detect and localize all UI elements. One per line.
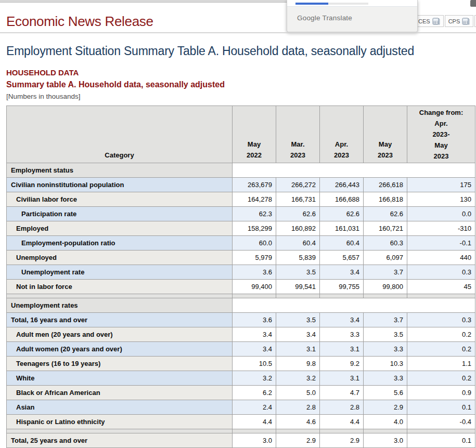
category-cell: Asian (7, 400, 233, 415)
value-cell: 175 (407, 178, 475, 192)
google-translate-popup[interactable]: Google Translate (287, 0, 418, 32)
value-cell: 3.5 (276, 313, 320, 327)
category-cell: Employment status (7, 163, 233, 178)
value-cell: 3.4 (233, 327, 276, 342)
cps-data-button[interactable]: CPS (445, 15, 474, 27)
value-cell: 0.9 (407, 386, 475, 400)
scrollbar-fragment[interactable] (470, 0, 476, 7)
value-cell: 9.8 (276, 357, 320, 371)
separator-cell (276, 294, 320, 298)
ces-data-button[interactable]: CES (415, 15, 444, 27)
category-cell: Employed (7, 221, 233, 236)
value-cell: 161,031 (320, 221, 364, 236)
table-row: Asian2.42.82.82.90.1 (7, 400, 475, 415)
value-cell: -0.4 (407, 415, 475, 429)
value-cell: 3.3 (320, 327, 364, 342)
table-row: Teenagers (16 to 19 years)10.59.89.210.3… (7, 357, 475, 371)
value-cell: 6.2 (233, 386, 276, 400)
value-cell: 3.1 (276, 342, 320, 357)
value-cell: 99,755 (320, 280, 364, 294)
header-row: Category May 2022 Mar. 2023 Apr. 2023 Ma… (7, 106, 475, 163)
article-heading: Employment Situation Summary Table A. Ho… (6, 44, 414, 58)
value-cell: 3.5 (364, 327, 407, 342)
value-cell: 3.7 (364, 265, 407, 280)
section-empty-cell (233, 298, 475, 313)
value-cell: 4.0 (364, 415, 407, 429)
value-cell: 2.8 (320, 400, 364, 415)
value-cell: 2.9 (276, 433, 320, 448)
value-cell: 4.4 (233, 415, 276, 429)
spreadsheet-icon (432, 18, 440, 25)
value-cell: 3.2 (276, 371, 320, 386)
value-cell: 99,541 (276, 280, 320, 294)
header-divider (0, 32, 476, 33)
value-cell: 3.7 (364, 313, 407, 327)
value-cell: 5,657 (320, 251, 364, 265)
separator-cell (320, 429, 364, 433)
value-cell: 0.1 (407, 400, 475, 415)
progress-track (295, 3, 368, 5)
value-cell: 2.4 (233, 400, 276, 415)
table-row: White3.23.23.13.30.2 (7, 371, 475, 386)
value-cell: 9.2 (320, 357, 364, 371)
category-cell: Unemployment rate (7, 265, 233, 280)
value-cell: 160,892 (276, 221, 320, 236)
page: CES CPS PRINT Google Translate Economic … (0, 0, 476, 448)
cps-button-label: CPS (448, 18, 460, 24)
value-cell: 3.6 (233, 265, 276, 280)
ces-button-label: CES (418, 18, 430, 24)
value-cell: -310 (407, 221, 475, 236)
category-cell: Participation rate (7, 207, 233, 221)
value-cell: 3.4 (320, 313, 364, 327)
value-cell: 60.3 (364, 236, 407, 251)
value-cell: 0.3 (407, 313, 475, 327)
table-row (7, 294, 475, 298)
value-cell: 266,272 (276, 178, 320, 192)
value-cell: 166,818 (364, 192, 407, 207)
value-cell: 0.2 (407, 327, 475, 342)
value-cell: 130 (407, 192, 475, 207)
value-cell: 5,979 (233, 251, 276, 265)
category-cell: Adult women (20 years and over) (7, 342, 233, 357)
units-note: [Numbers in thousands] (6, 93, 81, 100)
spreadsheet-icon (462, 18, 470, 25)
value-cell: 4.6 (276, 415, 320, 429)
separator-cell (320, 294, 364, 298)
data-tools-toolbar: CES CPS PRINT (415, 15, 476, 27)
table-row: Unemployed5,9795,8395,6576,097440 (7, 251, 475, 265)
category-cell: White (7, 371, 233, 386)
value-cell: 3.0 (233, 433, 276, 448)
table-row: Not in labor force99,40099,54199,75599,8… (7, 280, 475, 294)
value-cell: 3.3 (364, 342, 407, 357)
household-data-label: HOUSEHOLD DATA (6, 68, 79, 77)
category-cell: Unemployment rates (7, 298, 233, 313)
category-cell: Unemployed (7, 251, 233, 265)
summary-table-a: Category May 2022 Mar. 2023 Apr. 2023 Ma… (6, 106, 475, 448)
category-cell: Employment-population ratio (7, 236, 233, 251)
value-cell: 10.3 (364, 357, 407, 371)
separator-cell (7, 294, 233, 298)
value-cell: 45 (407, 280, 475, 294)
top-banner-edge (0, 0, 287, 3)
category-cell: Teenagers (16 to 19 years) (7, 357, 233, 371)
value-cell: 266,618 (364, 178, 407, 192)
table-row: Total, 16 years and over3.63.53.43.70.3 (7, 313, 475, 327)
summary-table-title: Summary table A. Household data, seasona… (6, 80, 225, 89)
separator-cell (233, 429, 276, 433)
value-cell: 3.1 (320, 371, 364, 386)
table-row: Black or African American6.25.04.75.60.9 (7, 386, 475, 400)
table-row (7, 429, 475, 433)
table-row: Adult women (20 years and over)3.43.13.1… (7, 342, 475, 357)
col-header-mar-2023: Mar. 2023 (276, 106, 320, 163)
value-cell: 2.8 (276, 400, 320, 415)
value-cell: 0.1 (407, 433, 475, 448)
value-cell: 2.9 (320, 433, 364, 448)
category-cell: Not in labor force (7, 280, 233, 294)
table-row: Employed158,299160,892161,031160,721-310 (7, 221, 475, 236)
progress-bar (295, 3, 328, 5)
value-cell: 62.6 (364, 207, 407, 221)
value-cell: 99,400 (233, 280, 276, 294)
value-cell: 60.4 (320, 236, 364, 251)
col-header-change: Change from: Apr. 2023- May 2023 (407, 106, 475, 163)
value-cell: 60.0 (233, 236, 276, 251)
